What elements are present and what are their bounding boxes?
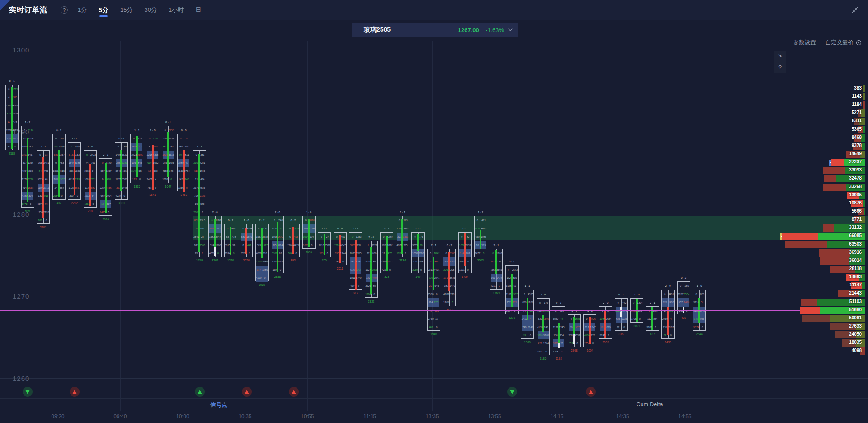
poc-price-line <box>0 237 780 237</box>
profile-row: 36916 <box>819 249 865 257</box>
help-icon[interactable]: ? <box>61 6 68 14</box>
bidask-cell: 2582 <box>325 241 331 249</box>
bidask-cell: 4401 <box>668 290 675 298</box>
tab-1分[interactable]: 1分 <box>78 0 87 20</box>
chart-surface[interactable]: 1300129012801270126001715438521724293614… <box>0 0 868 423</box>
candle-imbalance-header: 1 · 1 <box>72 137 77 140</box>
bidask-cell: 880 <box>90 184 96 192</box>
panel-help-button[interactable]: ? <box>774 62 786 73</box>
bidask-cell: 700 <box>53 175 59 183</box>
bidask-cell: 4299 <box>256 274 262 282</box>
bidask-cell: 61 <box>465 257 472 266</box>
tab-30分[interactable]: 30分 <box>145 0 157 20</box>
signal-row-separator <box>0 398 868 399</box>
collapse-icon[interactable] <box>851 6 859 14</box>
bidask-cell: 3768 <box>543 331 549 339</box>
footprint-candle: 0176161634953391390413524018033768427156… <box>537 298 550 356</box>
bidask-cell: 0 <box>146 134 153 143</box>
profile-sell-segment <box>823 167 845 174</box>
footprint-candle: 04401655198017515246947762187390 <box>661 290 675 339</box>
bidask-cell: 0 <box>184 184 190 192</box>
bidask-cell: 3426 <box>590 315 596 323</box>
candle-imbalance-header: 0 · 1 <box>400 211 405 214</box>
profile-row: 24050 <box>835 331 865 338</box>
candle-imbalance-header: 1 · 1 <box>134 129 140 132</box>
bidask-cell: 3126 <box>506 282 512 290</box>
candle-delta-value: 328 <box>384 275 389 278</box>
profile-sell-segment <box>823 224 834 232</box>
bidask-cell: 746 <box>278 216 284 224</box>
down-triangle-icon <box>25 390 30 394</box>
bidask-cell: 4595 <box>12 126 19 134</box>
toolbar-divider <box>821 40 821 46</box>
footprint-candle: 018916573554357142842000 <box>677 281 690 314</box>
bidask-cell: 1936 <box>528 298 534 306</box>
bidask-cell: 189 <box>684 282 690 290</box>
profile-value: 28118 <box>849 266 862 271</box>
tab-5分[interactable]: 5分 <box>99 0 108 20</box>
bidask-cell: 0 <box>68 143 75 151</box>
bidask-cell: 2591 <box>137 151 143 159</box>
tab-15分[interactable]: 15分 <box>120 0 132 20</box>
bidask-cell: 3657 <box>75 184 81 192</box>
bidask-cell: 3945 <box>115 167 122 175</box>
up-triangle-icon <box>292 390 296 394</box>
footprint-candle: 0123338601781623350534213974147243181137… <box>349 232 362 290</box>
bidask-cell: 0 <box>121 192 127 200</box>
bidask-cell: 1428 <box>684 298 690 306</box>
bidask-cell: 3860 <box>349 241 356 249</box>
bidask-cell: 655 <box>662 298 668 306</box>
bidask-cell: 3457 <box>28 151 34 159</box>
bidask-cell: 0 <box>37 151 43 159</box>
bidask-cell: 18 <box>475 241 481 249</box>
tab-1小时[interactable]: 1小时 <box>169 0 184 20</box>
profile-row: 36014 <box>820 257 865 265</box>
profile-row: 11147 <box>851 282 865 289</box>
bidask-cell: 0 <box>43 216 50 224</box>
candle-delta-value: 2511 <box>337 267 343 270</box>
signal-point-label[interactable]: 信号点 <box>210 401 228 409</box>
bidask-cell: 478 <box>12 118 19 126</box>
bidask-cell: 0 <box>574 339 580 347</box>
bidask-cell: 585 <box>53 151 59 159</box>
bidask-cell: 0 <box>75 192 81 200</box>
bidask-cell: 3809 <box>22 143 28 151</box>
profile-row: 14863 <box>846 274 865 281</box>
bidask-cell: 731 <box>6 134 12 143</box>
bidask-cell: 0 <box>225 224 231 233</box>
bidask-cell: 1479 <box>449 282 456 290</box>
candle-imbalance-header: 1 · 1 <box>197 145 202 148</box>
profile-value: 27633 <box>849 323 862 328</box>
settings-button[interactable]: 参数设置 <box>793 39 816 47</box>
bidask-cell: 1576 <box>396 224 403 233</box>
bidask-cell: 722 <box>381 266 387 274</box>
candle-imbalance-header: 1 · 0 <box>244 219 249 222</box>
bidask-cell: 1671 <box>303 241 309 249</box>
tab-日[interactable]: 日 <box>195 0 201 20</box>
custom-volume-button[interactable]: 自定义量价 <box>826 39 862 47</box>
bidask-cell: 38 <box>418 241 425 249</box>
profile-value: 1184 <box>852 102 862 107</box>
bidask-cell: 0 <box>278 266 284 274</box>
bidask-cell: 169 <box>271 266 278 274</box>
bidask-cell: 578 <box>199 200 206 208</box>
profile-sell-segment <box>800 307 820 314</box>
bidask-cell: 362 <box>59 134 65 143</box>
bidask-cell: 811 <box>184 151 190 159</box>
footprint-candle: 0262411286431820 <box>646 306 659 331</box>
bidask-cell: 719 <box>137 134 143 143</box>
contract-selector[interactable]: 玻璃2505 1267.00 -1.63% <box>352 23 518 37</box>
bidask-cell: 0 <box>537 299 543 307</box>
bidask-cell: 306 <box>68 167 75 175</box>
bidask-cell: 835 <box>512 274 518 282</box>
profile-row: 5666 <box>858 208 865 215</box>
bidask-cell: 430 <box>349 282 356 290</box>
bidask-cell: 3779 <box>356 274 362 282</box>
profile-row: 33268 <box>823 184 865 191</box>
expand-panel-button[interactable]: > <box>774 51 786 62</box>
bidask-cell: 404 <box>153 143 159 151</box>
bidask-cell: 1900 <box>199 167 206 175</box>
bidask-cell: 153 <box>75 151 81 159</box>
bidask-cell: 390 <box>68 192 75 200</box>
signal-marker-red <box>586 387 596 397</box>
